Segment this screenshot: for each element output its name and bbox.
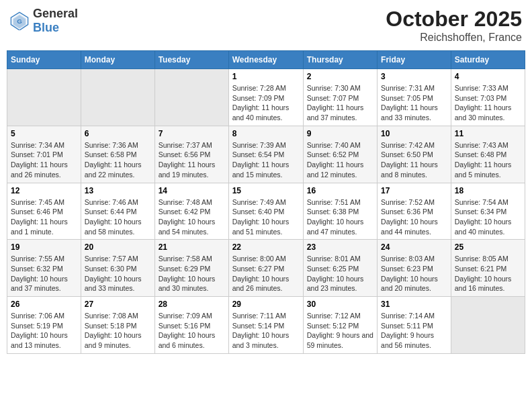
day-number: 11: [455, 129, 521, 138]
day-number: 23: [307, 242, 373, 252]
location-title: Reichshoffen, France: [386, 32, 522, 44]
day-info: Sunrise: 7:36 AM Sunset: 6:58 PM Dayligh…: [85, 140, 151, 180]
day-number: 26: [11, 300, 77, 309]
weekday-header-friday: Friday: [378, 51, 451, 69]
day-number: 19: [11, 242, 77, 252]
day-info: Sunrise: 7:52 AM Sunset: 6:36 PM Dayligh…: [381, 197, 447, 237]
calendar-cell: [81, 69, 154, 126]
calendar-week-row: 1Sunrise: 7:28 AM Sunset: 7:09 PM Daylig…: [7, 69, 525, 126]
day-info: Sunrise: 7:54 AM Sunset: 6:34 PM Dayligh…: [455, 197, 521, 237]
calendar-cell: 23Sunrise: 8:01 AM Sunset: 6:25 PM Dayli…: [303, 240, 377, 297]
calendar-cell: 2Sunrise: 7:30 AM Sunset: 7:07 PM Daylig…: [303, 69, 377, 126]
calendar-cell: 26Sunrise: 7:06 AM Sunset: 5:19 PM Dayli…: [7, 297, 81, 354]
day-number: 16: [307, 186, 373, 195]
day-number: 3: [381, 72, 447, 81]
calendar-cell: 25Sunrise: 8:05 AM Sunset: 6:21 PM Dayli…: [451, 240, 525, 297]
calendar-cell: 12Sunrise: 7:45 AM Sunset: 6:46 PM Dayli…: [7, 183, 81, 240]
day-info: Sunrise: 7:08 AM Sunset: 5:18 PM Dayligh…: [85, 311, 151, 351]
calendar-cell: 31Sunrise: 7:14 AM Sunset: 5:11 PM Dayli…: [378, 297, 451, 354]
day-info: Sunrise: 8:03 AM Sunset: 6:23 PM Dayligh…: [381, 254, 447, 293]
day-number: 20: [85, 242, 151, 252]
day-number: 21: [159, 242, 225, 252]
weekday-header-row: SundayMondayTuesdayWednesdayThursdayFrid…: [7, 51, 525, 69]
day-number: 27: [85, 300, 151, 309]
logo-blue: Blue: [33, 21, 59, 34]
calendar-cell: [7, 69, 81, 126]
calendar-cell: 16Sunrise: 7:51 AM Sunset: 6:38 PM Dayli…: [303, 183, 377, 240]
day-number: 22: [232, 242, 300, 252]
calendar-cell: [451, 297, 525, 354]
calendar-week-row: 26Sunrise: 7:06 AM Sunset: 5:19 PM Dayli…: [7, 297, 525, 354]
day-info: Sunrise: 7:11 AM Sunset: 5:14 PM Dayligh…: [232, 311, 300, 351]
day-info: Sunrise: 7:37 AM Sunset: 6:56 PM Dayligh…: [159, 140, 225, 180]
calendar-cell: 27Sunrise: 7:08 AM Sunset: 5:18 PM Dayli…: [81, 297, 154, 354]
logo-text: General Blue: [33, 7, 78, 35]
day-number: 18: [455, 186, 521, 195]
day-info: Sunrise: 7:45 AM Sunset: 6:46 PM Dayligh…: [11, 197, 77, 237]
calendar-cell: 7Sunrise: 7:37 AM Sunset: 6:56 PM Daylig…: [154, 126, 228, 183]
weekday-header-monday: Monday: [81, 51, 154, 69]
calendar-cell: 21Sunrise: 7:58 AM Sunset: 6:29 PM Dayli…: [154, 240, 228, 297]
calendar-cell: 3Sunrise: 7:31 AM Sunset: 7:05 PM Daylig…: [378, 69, 451, 126]
day-info: Sunrise: 7:09 AM Sunset: 5:16 PM Dayligh…: [159, 311, 225, 351]
day-number: 29: [232, 300, 300, 309]
day-number: 25: [455, 242, 521, 252]
day-number: 1: [232, 72, 300, 81]
page-header: G General Blue October 2025 Reichshoffen…: [7, 7, 525, 44]
calendar-cell: 5Sunrise: 7:34 AM Sunset: 7:01 PM Daylig…: [7, 126, 81, 183]
calendar-cell: 24Sunrise: 8:03 AM Sunset: 6:23 PM Dayli…: [378, 240, 451, 297]
weekday-header-saturday: Saturday: [451, 51, 525, 69]
calendar-cell: 8Sunrise: 7:39 AM Sunset: 6:54 PM Daylig…: [228, 126, 303, 183]
day-number: 12: [11, 186, 77, 195]
svg-text:G: G: [17, 17, 22, 25]
calendar-cell: 30Sunrise: 7:12 AM Sunset: 5:12 PM Dayli…: [303, 297, 377, 354]
day-info: Sunrise: 7:12 AM Sunset: 5:12 PM Dayligh…: [307, 311, 373, 351]
day-info: Sunrise: 7:42 AM Sunset: 6:50 PM Dayligh…: [381, 140, 447, 180]
calendar-cell: 11Sunrise: 7:43 AM Sunset: 6:48 PM Dayli…: [451, 126, 525, 183]
logo: G General Blue: [10, 7, 78, 35]
calendar-cell: 1Sunrise: 7:28 AM Sunset: 7:09 PM Daylig…: [228, 69, 303, 126]
calendar-cell: 19Sunrise: 7:55 AM Sunset: 6:32 PM Dayli…: [7, 240, 81, 297]
day-info: Sunrise: 7:51 AM Sunset: 6:38 PM Dayligh…: [307, 197, 373, 237]
day-info: Sunrise: 7:34 AM Sunset: 7:01 PM Dayligh…: [11, 140, 77, 180]
day-number: 14: [159, 186, 225, 195]
day-info: Sunrise: 7:39 AM Sunset: 6:54 PM Dayligh…: [232, 140, 300, 180]
calendar-cell: 9Sunrise: 7:40 AM Sunset: 6:52 PM Daylig…: [303, 126, 377, 183]
calendar-week-row: 19Sunrise: 7:55 AM Sunset: 6:32 PM Dayli…: [7, 240, 525, 297]
day-number: 9: [307, 129, 373, 138]
day-number: 30: [307, 300, 373, 309]
day-info: Sunrise: 7:28 AM Sunset: 7:09 PM Dayligh…: [232, 83, 300, 123]
calendar-cell: 20Sunrise: 7:57 AM Sunset: 6:30 PM Dayli…: [81, 240, 154, 297]
day-info: Sunrise: 7:14 AM Sunset: 5:11 PM Dayligh…: [381, 311, 447, 351]
day-number: 6: [85, 129, 151, 138]
day-info: Sunrise: 7:49 AM Sunset: 6:40 PM Dayligh…: [232, 197, 300, 237]
day-number: 17: [381, 186, 447, 195]
calendar-table: SundayMondayTuesdayWednesdayThursdayFrid…: [7, 50, 525, 354]
day-info: Sunrise: 7:31 AM Sunset: 7:05 PM Dayligh…: [381, 83, 447, 123]
calendar-cell: 14Sunrise: 7:48 AM Sunset: 6:42 PM Dayli…: [154, 183, 228, 240]
title-block: October 2025 Reichshoffen, France: [386, 7, 522, 44]
weekday-header-tuesday: Tuesday: [154, 51, 228, 69]
day-number: 8: [232, 129, 300, 138]
day-number: 4: [455, 72, 521, 81]
day-info: Sunrise: 7:55 AM Sunset: 6:32 PM Dayligh…: [11, 254, 77, 293]
logo-general: General: [33, 7, 78, 20]
day-info: Sunrise: 8:05 AM Sunset: 6:21 PM Dayligh…: [455, 254, 521, 293]
weekday-header-wednesday: Wednesday: [228, 51, 303, 69]
day-info: Sunrise: 7:58 AM Sunset: 6:29 PM Dayligh…: [159, 254, 225, 293]
calendar-cell: [154, 69, 228, 126]
day-number: 15: [232, 186, 300, 195]
day-number: 2: [307, 72, 373, 81]
calendar-week-row: 5Sunrise: 7:34 AM Sunset: 7:01 PM Daylig…: [7, 126, 525, 183]
calendar-week-row: 12Sunrise: 7:45 AM Sunset: 6:46 PM Dayli…: [7, 183, 525, 240]
calendar-cell: 4Sunrise: 7:33 AM Sunset: 7:03 PM Daylig…: [451, 69, 525, 126]
day-number: 24: [381, 242, 447, 252]
weekday-header-thursday: Thursday: [303, 51, 377, 69]
calendar-cell: 29Sunrise: 7:11 AM Sunset: 5:14 PM Dayli…: [228, 297, 303, 354]
calendar-cell: 22Sunrise: 8:00 AM Sunset: 6:27 PM Dayli…: [228, 240, 303, 297]
day-number: 7: [159, 129, 225, 138]
day-number: 31: [381, 300, 447, 309]
month-title: October 2025: [386, 7, 522, 32]
day-info: Sunrise: 7:43 AM Sunset: 6:48 PM Dayligh…: [455, 140, 521, 180]
calendar-cell: 28Sunrise: 7:09 AM Sunset: 5:16 PM Dayli…: [154, 297, 228, 354]
